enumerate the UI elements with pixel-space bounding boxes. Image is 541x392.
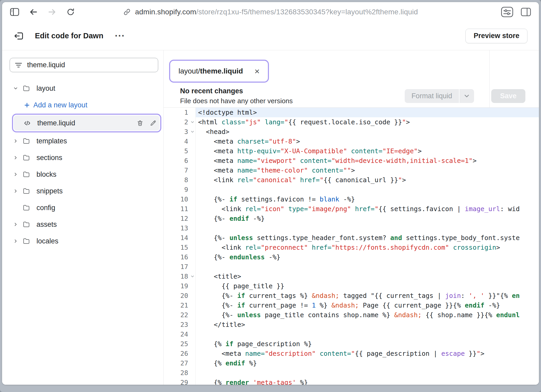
code-line-3[interactable]: 3 <head> [164, 127, 539, 137]
url-text: admin.shopify.com/store/rzq1xu-f5/themes… [135, 8, 418, 16]
code-line-10[interactable]: 10 {%- if settings.favicon != blank -%} [164, 194, 539, 204]
sidebar-item-templates[interactable]: templates [2, 134, 163, 148]
code-line-28[interactable]: 28 [164, 368, 539, 378]
code-editor[interactable]: 1<!doctype html>2<html class="js" lang="… [164, 108, 539, 385]
close-tab-icon[interactable]: × [254, 67, 260, 76]
header-divider [489, 50, 490, 108]
address-bar[interactable]: admin.shopify.com/store/rzq1xu-f5/themes… [123, 8, 418, 16]
url-path: /store/rzq1xu-f5/themes/132683530345?key… [196, 8, 418, 16]
tab-bar: layout/theme.liquid × [164, 50, 539, 84]
code-text: <meta name="description" content="{{ pag… [196, 349, 539, 358]
code-line-13[interactable]: 13 [164, 223, 539, 233]
tab-theme-liquid[interactable]: layout/theme.liquid × [171, 62, 267, 81]
exit-icon[interactable] [14, 31, 24, 41]
split-view-icon[interactable] [521, 8, 531, 16]
code-line-1[interactable]: 1<!doctype html> [164, 108, 539, 117]
folder-icon [23, 137, 36, 145]
format-liquid-button[interactable]: Format liquid [405, 89, 474, 103]
code-text [196, 185, 539, 194]
code-line-25[interactable]: 25 {% if page_description %} [164, 339, 539, 349]
code-line-23[interactable]: 23 </title> [164, 320, 539, 329]
code-text: <meta name="viewport" content="width=dev… [196, 156, 539, 166]
extensions-icon[interactable] [501, 7, 513, 17]
code-line-4[interactable]: 4 <meta charset="utf-8"> [164, 137, 539, 146]
forward-icon[interactable] [47, 8, 57, 16]
sidebar-toggle-icon[interactable] [10, 8, 19, 16]
code-text: {{ page_title }} [196, 281, 539, 291]
sidebar-item-sections[interactable]: sections [2, 150, 163, 165]
folder-icon [23, 171, 36, 178]
filter-icon [15, 62, 22, 69]
preview-store-button[interactable]: Preview store [465, 29, 527, 43]
sidebar-item-layout[interactable]: layout [2, 81, 163, 96]
code-line-19[interactable]: 19 {{ page_title }} [164, 281, 539, 291]
chevron-right-icon[interactable] [13, 138, 23, 144]
chevron-right-icon[interactable] [13, 188, 23, 194]
code-text: {%- endunless -%} [196, 252, 539, 262]
chevron-right-icon[interactable] [13, 222, 23, 227]
sidebar-item-blocks[interactable]: blocks [2, 167, 163, 182]
tab-file-name: theme.liquid [200, 67, 243, 75]
code-line-29[interactable]: 29 {% render 'meta-tags' %} [164, 378, 539, 385]
code-line-11[interactable]: 11 <link rel="icon" type="image/png" hre… [164, 204, 539, 214]
code-text: <link rel="preconnect" href="https://fon… [196, 243, 539, 252]
fold-chevron-icon[interactable] [190, 120, 195, 124]
code-line-22[interactable]: 22 {%- unless page_title contains shop.n… [164, 310, 539, 320]
code-line-15[interactable]: 15 <link rel="preconnect" href="https://… [164, 243, 539, 252]
code-line-5[interactable]: 5 <meta http-equiv="X-UA-Compatible" con… [164, 146, 539, 156]
code-line-18[interactable]: 18 <title> [164, 272, 539, 281]
add-a-new-layout-link[interactable]: Add a new layout [2, 98, 163, 112]
line-number: 14 [164, 233, 196, 243]
code-line-26[interactable]: 26 <meta name="description" content="{{ … [164, 349, 539, 358]
fold-chevron-icon[interactable] [190, 274, 195, 279]
save-button[interactable]: Save [491, 89, 525, 103]
more-actions-button[interactable]: ... [115, 28, 125, 39]
chevron-right-icon[interactable] [13, 155, 23, 160]
code-line-12[interactable]: 12 {%- endif -%} [164, 214, 539, 223]
file-item-theme-liquid[interactable]: theme.liquid [14, 115, 159, 131]
format-liquid-label[interactable]: Format liquid [405, 89, 459, 103]
code-line-7[interactable]: 7 <meta name="theme-color" content=""> [164, 166, 539, 175]
folder-icon [23, 187, 36, 195]
sidebar-item-assets[interactable]: assets [2, 217, 163, 232]
code-text: {%- endif -%} [196, 214, 539, 223]
folder-icon [23, 204, 36, 211]
sidebar-item-config[interactable]: config [2, 200, 163, 215]
code-text: <meta name="theme-color" content=""> [196, 166, 539, 175]
code-text [196, 329, 539, 339]
line-number: 8 [164, 175, 196, 185]
plus-icon [24, 102, 33, 108]
code-line-8[interactable]: 8 <link rel="canonical" href="{{ canonic… [164, 175, 539, 185]
chevron-down-icon[interactable] [13, 86, 23, 91]
format-caret-icon[interactable] [459, 89, 474, 103]
code-line-21[interactable]: 21 {%- if current_page != 1 %} &ndash; P… [164, 301, 539, 310]
sidebar-item-snippets[interactable]: snippets [2, 184, 163, 198]
search-input[interactable] [27, 61, 155, 69]
reload-icon[interactable] [66, 8, 75, 16]
code-text: <html class="js" lang="{{ request.locale… [196, 117, 539, 127]
code-line-6[interactable]: 6 <meta name="viewport" content="width=d… [164, 156, 539, 166]
code-line-9[interactable]: 9 [164, 185, 539, 194]
code-line-27[interactable]: 27 {% endif %} [164, 358, 539, 368]
chevron-right-icon[interactable] [13, 172, 23, 177]
code-line-2[interactable]: 2<html class="js" lang="{{ request.local… [164, 117, 539, 127]
chevron-right-icon[interactable] [13, 238, 23, 244]
line-number: 1 [164, 108, 196, 117]
line-number: 6 [164, 156, 196, 166]
version-status-bar: No recent changes File does not have any… [164, 84, 539, 108]
version-status-text: No recent changes File does not have any… [180, 87, 293, 105]
sidebar-item-locales[interactable]: locales [2, 234, 163, 248]
fold-chevron-icon[interactable] [190, 130, 195, 134]
file-sidebar: layoutAdd a new layouttheme.liquidtempla… [2, 50, 164, 385]
pencil-icon[interactable] [146, 120, 159, 127]
code-line-16[interactable]: 16 {%- endunless -%} [164, 252, 539, 262]
folder-icon [23, 237, 36, 245]
code-line-14[interactable]: 14 {%- unless settings.type_header_font.… [164, 233, 539, 243]
status-subtitle: File does not have any other versions [180, 97, 293, 105]
code-line-17[interactable]: 17 [164, 262, 539, 272]
code-line-24[interactable]: 24 [164, 329, 539, 339]
code-line-20[interactable]: 20 {%- if current_tags %} &ndash; tagged… [164, 291, 539, 301]
back-icon[interactable] [29, 8, 38, 16]
file-search[interactable] [10, 58, 158, 72]
trash-icon[interactable] [133, 120, 146, 127]
